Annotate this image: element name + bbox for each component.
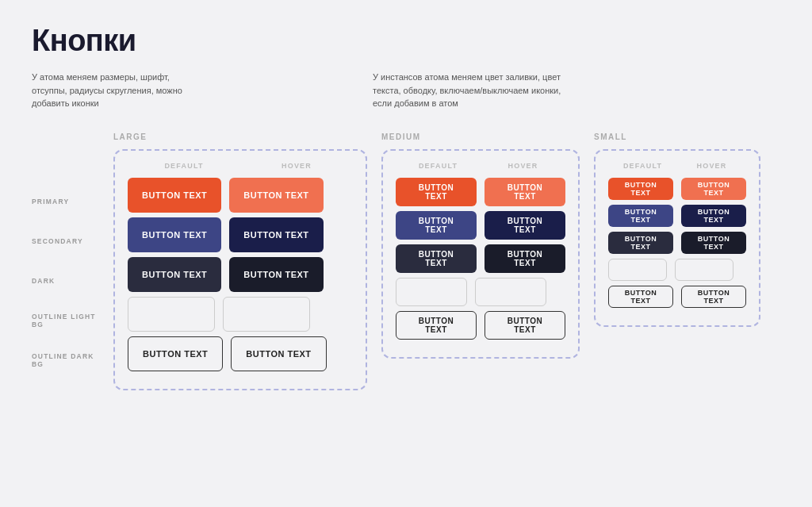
- medium-secondary-default-button[interactable]: BUTTON TEXT: [396, 211, 477, 240]
- large-outline-dark-hover-button[interactable]: BUTTON TEXT: [231, 336, 326, 371]
- large-secondary-default-button[interactable]: BUTTON TEXT: [128, 217, 221, 252]
- large-primary-buttons: BUTTON TEXT BUTTON TEXT: [128, 178, 353, 213]
- row-label-primary: PRIMARY: [32, 182, 99, 221]
- large-secondary-buttons: BUTTON TEXT BUTTON TEXT: [128, 217, 353, 252]
- large-outline-dark-default-button[interactable]: BUTTON TEXT: [128, 336, 223, 371]
- small-primary-default-button[interactable]: BUTTON TEXT: [608, 178, 673, 200]
- large-outline-dark-buttons: BUTTON TEXT BUTTON TEXT: [128, 336, 353, 371]
- medium-outline-light-default-button[interactable]: [396, 278, 467, 306]
- small-secondary-row: BUTTON TEXT BUTTON TEXT: [608, 205, 746, 227]
- small-outline-dark-default-button[interactable]: BUTTON TEXT: [608, 286, 673, 308]
- small-secondary-hover-button[interactable]: BUTTON TEXT: [681, 205, 746, 227]
- medium-dark-default-button[interactable]: BUTTON TEXT: [396, 244, 477, 273]
- small-col-headers: DEFAULT HOVER: [608, 162, 746, 170]
- small-section-title: SMALL: [594, 133, 760, 141]
- large-outline-light-hover-button[interactable]: [223, 297, 310, 332]
- medium-primary-default-button[interactable]: BUTTON TEXT: [396, 178, 477, 206]
- medium-col-headers: DEFAULT HOVER: [396, 162, 565, 170]
- medium-outline-dark-default-button[interactable]: BUTTON TEXT: [396, 311, 477, 340]
- medium-outline-light-hover-button[interactable]: [475, 278, 546, 306]
- row-label-dark: DARK: [32, 261, 99, 301]
- medium-outline-dark-row: BUTTON TEXT BUTTON TEXT: [396, 311, 565, 340]
- small-dark-hover-button[interactable]: BUTTON TEXT: [681, 232, 746, 254]
- small-dark-row: BUTTON TEXT BUTTON TEXT: [608, 232, 746, 254]
- large-col-headers: DEFAULT HOVER: [128, 162, 353, 170]
- sections-row: PRIMARY SECONDARY DARK OUTLINE LIGHT BG …: [32, 133, 780, 390]
- medium-outline-dark-hover-button[interactable]: BUTTON TEXT: [485, 311, 565, 340]
- large-primary-default-button[interactable]: BUTTON TEXT: [128, 178, 221, 213]
- small-outline-light-hover-button[interactable]: [675, 259, 733, 281]
- large-secondary-hover-button[interactable]: BUTTON TEXT: [229, 217, 323, 252]
- small-outline-dark-hover-button[interactable]: BUTTON TEXT: [681, 286, 746, 308]
- small-section: SMALL DEFAULT HOVER BUTTON TEXT BUTTON T…: [594, 133, 760, 327]
- small-primary-row: BUTTON TEXT BUTTON TEXT: [608, 178, 746, 200]
- medium-primary-row: BUTTON TEXT BUTTON TEXT: [396, 178, 565, 206]
- small-secondary-default-button[interactable]: BUTTON TEXT: [608, 205, 673, 227]
- large-section-title: LARGE: [113, 133, 367, 141]
- desc-text-2: У инстансов атома меняем цвет заливки, ц…: [373, 71, 579, 110]
- medium-secondary-hover-button[interactable]: BUTTON TEXT: [485, 211, 565, 240]
- large-secondary-row: BUTTON TEXT BUTTON TEXT: [128, 217, 353, 252]
- row-label-secondary: SECONDARY: [32, 221, 99, 261]
- small-dark-default-button[interactable]: BUTTON TEXT: [608, 232, 673, 254]
- medium-outline-light-row: [396, 278, 565, 306]
- medium-section-title: MEDIUM: [381, 133, 580, 141]
- large-dark-default-button[interactable]: BUTTON TEXT: [128, 257, 221, 292]
- large-primary-row: BUTTON TEXT BUTTON TEXT: [128, 178, 353, 213]
- medium-dark-row: BUTTON TEXT BUTTON TEXT: [396, 244, 565, 273]
- small-outline-light-default-button[interactable]: [608, 259, 667, 281]
- small-outline-dark-row: BUTTON TEXT BUTTON TEXT: [608, 286, 746, 308]
- medium-secondary-row: BUTTON TEXT BUTTON TEXT: [396, 211, 565, 240]
- medium-section-box: DEFAULT HOVER BUTTON TEXT BUTTON TEXT BU…: [381, 149, 580, 359]
- large-outline-light-buttons: [128, 297, 353, 332]
- medium-primary-hover-button[interactable]: BUTTON TEXT: [485, 178, 565, 206]
- medium-dark-hover-button[interactable]: BUTTON TEXT: [485, 244, 565, 273]
- large-outline-dark-row: BUTTON TEXT BUTTON TEXT: [128, 336, 353, 371]
- large-section-box: DEFAULT HOVER BUTTON TEXT BUTTON TEXT BU…: [113, 149, 367, 390]
- desc-text-1: У атома меняем размеры, шрифт, отсуппы, …: [32, 71, 190, 110]
- large-dark-hover-button[interactable]: BUTTON TEXT: [229, 257, 323, 292]
- row-label-outline-light: OUTLINE LIGHT BG: [32, 301, 99, 340]
- small-outline-light-row: [608, 259, 746, 281]
- large-dark-row: BUTTON TEXT BUTTON TEXT: [128, 257, 353, 292]
- page-title: Кнопки: [32, 24, 780, 58]
- small-section-box: DEFAULT HOVER BUTTON TEXT BUTTON TEXT BU…: [594, 149, 760, 327]
- row-label-outline-dark: OUTLINE DARK BG: [32, 340, 99, 380]
- large-outline-light-row: [128, 297, 353, 332]
- medium-section: MEDIUM DEFAULT HOVER BUTTON TEXT BUTTON …: [381, 133, 580, 359]
- large-outline-light-default-button[interactable]: [128, 297, 215, 332]
- small-primary-hover-button[interactable]: BUTTON TEXT: [681, 178, 746, 200]
- large-primary-hover-button[interactable]: BUTTON TEXT: [229, 178, 323, 213]
- large-dark-buttons: BUTTON TEXT BUTTON TEXT: [128, 257, 353, 292]
- large-section: LARGE DEFAULT HOVER BUTTON TEXT BUTTON T…: [113, 133, 367, 390]
